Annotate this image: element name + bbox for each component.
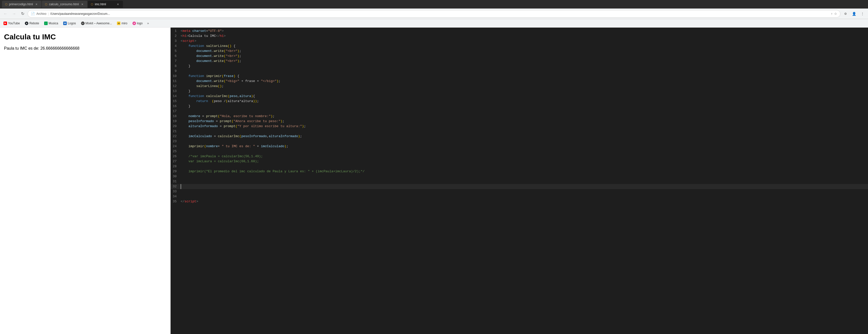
tab-label: calculo_consumo.html — [49, 2, 79, 6]
line-content: document.write("<br>"); — [181, 54, 868, 59]
bookmark-miro-label: miro — [121, 22, 127, 25]
line-content: } — [181, 89, 868, 94]
code-line-3: 3<script> — [170, 39, 868, 44]
code-lines-container: 1<meta charset="UTF-8">2<h1>Calcula tu I… — [170, 28, 868, 334]
line-number: 29 — [170, 169, 181, 174]
tab-primercodigo[interactable]: ⬡ primercodigo.html × — [2, 1, 41, 8]
tab-close-button[interactable]: × — [34, 2, 38, 6]
code-line-18: 18 nombre = prompt("Hola, escribe tu nom… — [170, 114, 868, 119]
tab-imc[interactable]: ⬡ imc.html × — [88, 1, 123, 8]
code-line-7: 7 document.write("<br>"); — [170, 59, 868, 64]
line-number: 14 — [170, 94, 181, 99]
code-line-16: 16 } — [170, 104, 868, 109]
bookmark-miro[interactable]: m miro — [115, 21, 129, 26]
line-number: 4 — [170, 44, 181, 48]
more-bookmarks[interactable]: » — [147, 21, 149, 25]
bookmark-youtube[interactable]: ▶ YouTube — [2, 21, 21, 26]
tab-bar: ⬡ primercodigo.html × ⬡ calculo_consumo.… — [0, 0, 868, 8]
line-number: 1 — [170, 29, 181, 34]
share-icon: ↑ — [831, 12, 833, 15]
tab-close-button[interactable]: × — [116, 2, 120, 6]
rebote-favicon: ● — [25, 22, 28, 25]
line-number: 17 — [170, 109, 181, 114]
bookmark-rebote-label: Rebote — [29, 22, 39, 25]
code-line-26: 26 /*var imcPaula = calcularImc(56,1.49)… — [170, 154, 868, 159]
tab-calculo-consumo[interactable]: ⬡ calculo_consumo.html × — [42, 1, 87, 8]
bookmark-rebote[interactable]: ● Rebote — [23, 21, 41, 26]
bookmark-musica[interactable]: ♪ Musica — [43, 21, 60, 26]
line-number: 13 — [170, 89, 181, 94]
code-line-24: 24 imprimir(nombre+ " tu IMC es de: " + … — [170, 144, 868, 149]
code-editor[interactable]: 1<meta charset="UTF-8">2<h1>Calcula tu I… — [170, 28, 868, 334]
line-number: 30 — [170, 174, 181, 179]
bookmark-mixkit[interactable]: M Mixkit – Awesome... — [80, 21, 114, 26]
page-title: Calcula tu IMC — [4, 33, 166, 41]
address-separator: | — [48, 12, 49, 15]
line-number: 15 — [170, 99, 181, 104]
line-number: 24 — [170, 144, 181, 149]
line-content: } — [181, 104, 868, 109]
code-line-13: 13 } — [170, 89, 868, 94]
line-content: imcCalculado = calcularImc(pesoInformado… — [181, 134, 868, 139]
code-line-11: 11 document.write("<big>" + frase + "</b… — [170, 79, 868, 84]
code-line-1: 1<meta charset="UTF-8"> — [170, 29, 868, 34]
line-content: document.write("<br>"); — [181, 59, 868, 64]
line-content: pesoInformado = prompt("Ahora escribe tu… — [181, 119, 868, 124]
line-content: alturaInformado = prompt("Y por último e… — [181, 124, 868, 129]
code-line-4: 4 function saltarLinea() { — [170, 44, 868, 48]
back-button[interactable]: ← — [2, 10, 9, 17]
line-number: 22 — [170, 134, 181, 139]
address-bar-container[interactable]: 📄 Archivo | ↑ ☆ — [28, 10, 840, 18]
tab-label: primercodigo.html — [9, 2, 33, 6]
profile-button[interactable]: 👤 — [850, 10, 858, 17]
line-content — [181, 184, 868, 189]
forward-button[interactable]: → — [10, 10, 18, 17]
tab-label: imc.html — [95, 2, 106, 6]
line-number: 3 — [170, 39, 181, 44]
code-line-5: 5 document.write("<br>"); — [170, 48, 868, 54]
extensions-button[interactable]: ⚙ — [842, 10, 849, 17]
navigation-bar: ← → ↻ 📄 Archivo | ↑ ☆ ⚙ 👤 ⋮ — [0, 8, 868, 19]
line-content: <h1>Calcula tu IMC</h1> — [181, 34, 868, 39]
bookmark-icon[interactable]: ☆ — [834, 12, 837, 15]
line-number: 31 — [170, 179, 181, 184]
line-content: imprimir(nombre+ " tu IMC es de: " + imc… — [181, 144, 868, 149]
browser-preview-pane: Calcula tu IMC Paula tu IMC es de: 26.66… — [0, 28, 170, 334]
code-line-22: 22 imcCalculado = calcularImc(pesoInform… — [170, 134, 868, 139]
code-line-17: 17 — [170, 109, 868, 114]
code-line-21: 21 — [170, 129, 868, 134]
code-line-9: 9 — [170, 69, 868, 74]
line-content: <script> — [181, 39, 868, 44]
line-content: } — [181, 64, 868, 69]
code-line-35: 35</script> — [170, 199, 868, 204]
code-line-15: 15 return (peso /(altura*altura)); — [170, 99, 868, 104]
code-line-31: 31 — [170, 179, 868, 184]
line-number: 35 — [170, 199, 181, 204]
line-number: 9 — [170, 69, 181, 74]
bookmark-logo[interactable]: ★ logo — [131, 21, 144, 26]
reload-button[interactable]: ↻ — [19, 10, 26, 17]
bookmark-logo-label: logo — [137, 22, 143, 25]
line-content: document.write("<br>"); — [181, 48, 868, 54]
code-line-6: 6 document.write("<br>"); — [170, 54, 868, 59]
line-number: 19 — [170, 119, 181, 124]
tab-close-button[interactable]: × — [80, 2, 84, 6]
line-number: 6 — [170, 54, 181, 59]
bookmark-logos[interactable]: W Logos — [62, 21, 78, 26]
code-line-2: 2<h1>Calcula tu IMC</h1> — [170, 34, 868, 39]
bookmark-youtube-label: YouTube — [8, 22, 20, 25]
menu-button[interactable]: ⋮ — [859, 10, 866, 17]
line-content: /*var imcPaula = calcularImc(56,1.49); — [181, 154, 868, 159]
line-number: 21 — [170, 129, 181, 134]
code-line-30: 30 — [170, 174, 868, 179]
youtube-favicon: ▶ — [3, 22, 7, 25]
line-number: 25 — [170, 149, 181, 154]
line-number: 2 — [170, 34, 181, 39]
bookmark-mixkit-label: Mixkit – Awesome... — [86, 22, 112, 25]
line-content: saltarLinea(); — [181, 84, 868, 89]
tab-favicon: ⬡ — [45, 3, 48, 6]
line-number: 5 — [170, 48, 181, 54]
address-input[interactable] — [50, 12, 829, 15]
main-area: Calcula tu IMC Paula tu IMC es de: 26.66… — [0, 28, 868, 334]
line-content: function calcularImc(peso,altura){ — [181, 94, 868, 99]
